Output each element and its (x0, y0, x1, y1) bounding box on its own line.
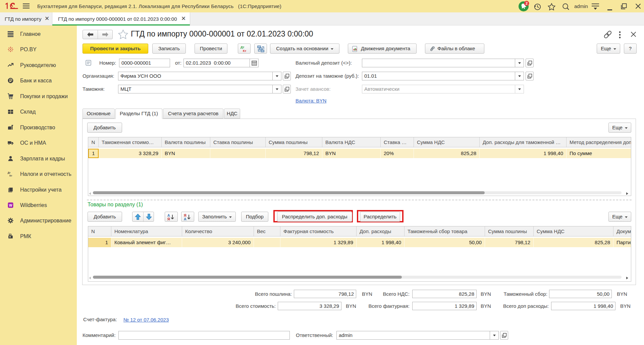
svg-text:2: 2 (526, 1, 528, 5)
svg-text:Дт: Дт (240, 45, 245, 49)
svg-text:Я: Я (167, 217, 170, 221)
svg-text:Кт: Кт (243, 49, 247, 53)
svg-text:W: W (9, 204, 12, 207)
svg-text:Дт: Дт (8, 171, 11, 174)
svg-text:А: А (184, 217, 186, 221)
svg-text:Кт: Кт (9, 175, 12, 177)
